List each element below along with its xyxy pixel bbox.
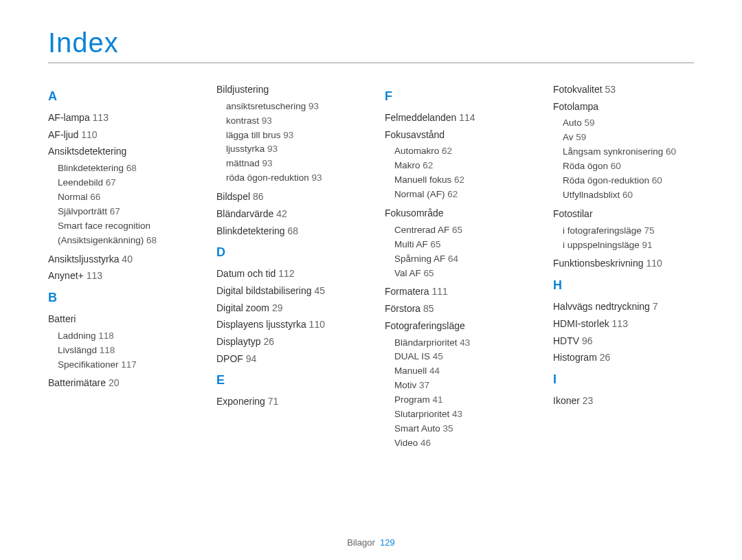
index-entry: Bildjustering (216, 82, 357, 98)
index-subentries: Automakro 62Makro 62Manuell fokus 62Norm… (385, 144, 526, 202)
index-subentry: ljusstyrka 93 (226, 142, 357, 157)
index-letter: E (216, 373, 357, 388)
index-subentry: Spårning AF 64 (394, 252, 526, 267)
index-subentry: Blinkdetektering 68 (58, 161, 189, 176)
index-column: AAF-lampa 113AF-ljud 110Ansiktsdetekteri… (48, 82, 189, 455)
index-subentries: Auto 59Av 59Långsam synkronisering 60Röd… (553, 116, 694, 203)
index-entry: Felmeddelanden 114 (385, 111, 526, 126)
index-subentry: mättnad 93 (226, 157, 357, 171)
index-entry: Displaytyp 26 (216, 335, 357, 350)
index-letter: D (216, 245, 357, 260)
index-subentries: Laddning 118Livslängd 118Specifikationer… (48, 329, 189, 372)
index-entry: Blinkdetektering 68 (216, 224, 357, 239)
index-subentry: Röda ögon 60 (563, 159, 694, 174)
index-column: FFelmeddelanden 114FokusavståndAutomakro… (385, 82, 526, 455)
index-subentry: Specifikationer 117 (58, 358, 189, 372)
index-entry: Anynet+ 113 (48, 269, 189, 284)
index-entry: Batteri (48, 312, 189, 327)
index-entry: Fotograferingsläge (385, 319, 526, 334)
index-entry: Digital zoom 29 (216, 301, 357, 316)
index-subentry: Centrerad AF 65 (394, 223, 526, 238)
index-entry: AF-ljud 110 (48, 128, 189, 143)
index-entry: Fokusavstånd (385, 128, 526, 143)
index-subentry: Av 59 (563, 131, 694, 145)
index-subentry: Makro 62 (394, 159, 526, 173)
index-subentry: Laddning 118 (58, 329, 189, 344)
index-entry: AF-lampa 113 (48, 111, 189, 126)
index-subentry: i fotograferingsläge 75 (563, 224, 694, 238)
index-subentries: Bländarprioritet 43DUAL IS 45Manuell 44M… (385, 336, 526, 451)
index-entry: Fotokvalitet 53 (553, 82, 694, 98)
index-entry: Displayens ljusstyrka 110 (216, 317, 357, 333)
footer: Bilagor 129 (0, 537, 742, 548)
index-entry: Digital bildstabilisering 45 (216, 284, 357, 299)
index-subentry: Utfyllnadsblixt 60 (563, 188, 694, 203)
index-subentry: Motiv 37 (394, 379, 526, 393)
index-subentry: Manuell fokus 62 (394, 173, 526, 188)
index-subentry: Multi AF 65 (394, 238, 526, 252)
index-subentry: Röda ögon-reduktion 60 (563, 174, 694, 188)
index-entry: HDMI-storlek 113 (553, 317, 694, 332)
index-letter: B (48, 291, 189, 305)
index-entry: Ikoner 23 (553, 394, 694, 409)
index-subentry: Val AF 65 (394, 267, 526, 281)
footer-label: Bilagor (347, 537, 374, 548)
index-subentry: ansiktsretuschering 93 (226, 100, 357, 114)
index-subentry: Video 46 (394, 436, 526, 451)
index-entry: DPOF 94 (216, 352, 357, 367)
index-column: Bildjusteringansiktsretuschering 93kontr… (216, 82, 357, 455)
index-subentry: DUAL IS 45 (394, 350, 526, 364)
index-entry: HDTV 96 (553, 334, 694, 349)
index-subentry: Bländarprioritet 43 (394, 336, 526, 350)
index-subentry: kontrast 93 (226, 114, 357, 128)
index-subentries: Centrerad AF 65Multi AF 65Spårning AF 64… (385, 223, 526, 281)
index-entry: Halvvägs nedtryckning 7 (553, 300, 694, 315)
index-letter: F (385, 89, 526, 104)
page-title: Index (48, 27, 694, 63)
index-entry: Ansiktsljusstyrka 40 (48, 252, 189, 267)
index-subentry: Leendebild 67 (58, 176, 189, 190)
index-entry: Histogram 26 (553, 350, 694, 366)
index-subentry: Auto 59 (563, 116, 694, 131)
index-entry: Formatera 111 (385, 284, 526, 300)
index-letter: A (48, 89, 189, 104)
index-entry: Fokusområde (385, 206, 526, 221)
index-subentry: i uppspelningsläge 91 (563, 238, 694, 253)
index-entry: Förstora 85 (385, 302, 526, 317)
index-subentries: ansiktsretuschering 93kontrast 93lägga t… (216, 100, 357, 186)
index-entry: Ansiktsdetektering (48, 144, 189, 159)
index-subentry: Normal 66 (58, 190, 189, 205)
index-subentries: Blinkdetektering 68Leendebild 67Normal 6… (48, 161, 189, 248)
index-entry: Datum och tid 112 (216, 267, 357, 282)
footer-page-number: 129 (380, 537, 395, 548)
index-column: Fotokvalitet 53FotolampaAuto 59Av 59Lång… (553, 82, 694, 455)
index-entry: Fotolampa (553, 100, 694, 115)
index-columns: AAF-lampa 113AF-ljud 110Ansiktsdetekteri… (48, 82, 694, 455)
index-entry: Bländarvärde 42 (216, 207, 357, 222)
index-subentry: Självporträtt 67 (58, 205, 189, 219)
index-letter: H (553, 278, 694, 293)
index-subentry: röda ögon-reduktion 93 (226, 171, 357, 186)
index-subentry: Slutarprioritet 43 (394, 407, 526, 422)
index-entry: Exponering 71 (216, 394, 357, 410)
index-letter: I (553, 372, 694, 387)
index-entry: Bildspel 86 (216, 190, 357, 205)
index-subentry: Smart Auto 35 (394, 422, 526, 436)
index-subentry: lägga till brus 93 (226, 128, 357, 143)
index-entry: Funktionsbeskrivning 110 (553, 256, 694, 271)
index-subentry: Livslängd 118 (58, 344, 189, 358)
index-subentry: Manuell 44 (394, 364, 526, 379)
index-subentry: Program 41 (394, 393, 526, 407)
index-subentry: Automakro 62 (394, 144, 526, 159)
index-entry: Batterimätare 20 (48, 376, 189, 391)
index-subentry: Smart face recognition (Ansiktsigenkänni… (58, 219, 189, 248)
index-subentry: Långsam synkronisering 60 (563, 145, 694, 159)
index-entry: Fotostilar (553, 207, 694, 222)
index-subentries: i fotograferingsläge 75i uppspelningsläg… (553, 224, 694, 253)
index-subentry: Normal (AF) 62 (394, 188, 526, 202)
